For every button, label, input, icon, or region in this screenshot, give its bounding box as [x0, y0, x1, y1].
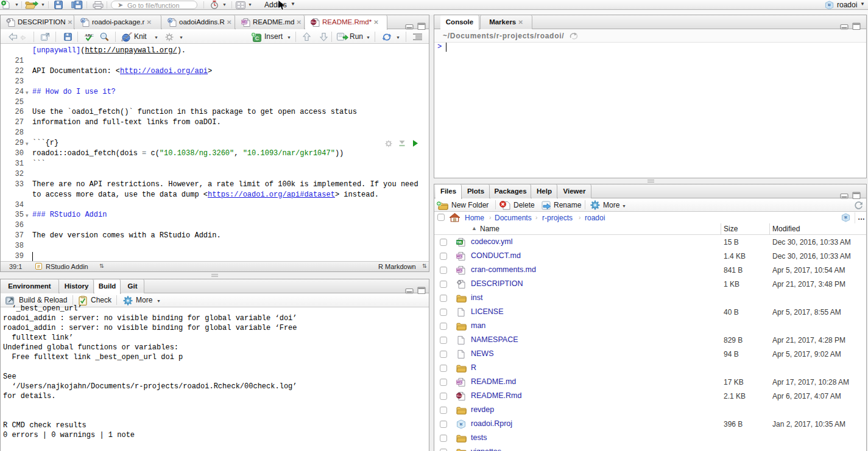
svg-text:YML: YML	[456, 241, 462, 244]
svg-text:R: R	[82, 18, 85, 23]
svg-text:R: R	[169, 18, 172, 23]
svg-text:Rmd: Rmd	[457, 395, 462, 397]
svg-text:MD: MD	[457, 254, 462, 258]
svg-text:MD: MD	[457, 268, 462, 272]
svg-text:s: s	[121, 38, 123, 42]
svg-text:Rmd: Rmd	[311, 21, 316, 24]
svg-text:C: C	[255, 35, 259, 41]
svg-text:MD: MD	[457, 380, 462, 384]
svg-text:MD: MD	[242, 20, 247, 24]
svg-text:ABC: ABC	[85, 33, 94, 38]
